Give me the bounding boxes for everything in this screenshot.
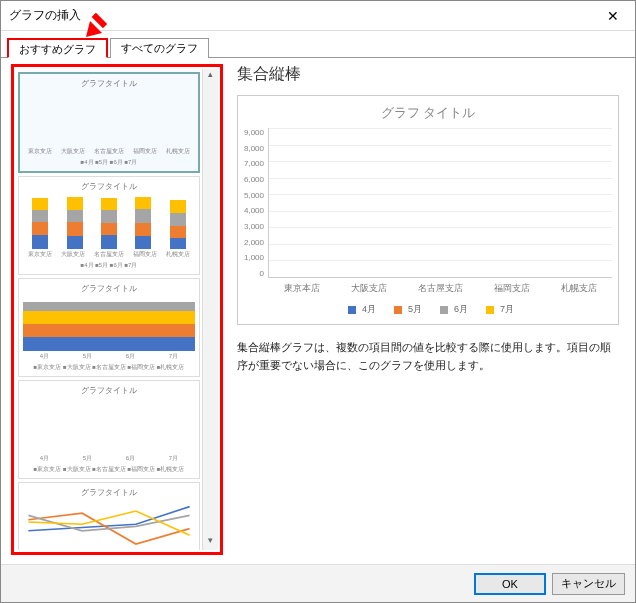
chart-preview-pane: 集合縦棒 グラフ タイトル 9,0008,0007,0006,0005,0004… [223,64,625,555]
scroll-up-icon[interactable]: ▴ [203,69,218,84]
thumb-title: グラフタイトル [23,487,195,498]
tab-recommended[interactable]: おすすめグラフ [7,38,108,58]
window-title: グラフの挿入 [9,7,81,24]
thumb-legend: ■4月 ■5月 ■6月 ■7月 [24,158,194,167]
thumb-title: グラフタイトル [24,78,194,89]
thumb-legend: ■東京支店 ■大阪支店 ■名古屋支店 ■福岡支店 ■札幌支店 [23,465,195,474]
titlebar: グラフの挿入 ✕ [1,1,635,31]
thumbnails-scrollbar[interactable]: ▴ ▾ [202,69,218,550]
chart-preview[interactable]: グラフ タイトル 9,0008,0007,0006,0005,0004,0003… [237,95,619,325]
dialog-footer: OK キャンセル [1,564,635,602]
chart-title: グラフ タイトル [244,104,612,122]
y-axis: 9,0008,0007,0006,0005,0004,0003,0002,000… [244,128,268,278]
chart-legend: 4月5月6月7月 [244,303,612,316]
thumb-clustered-column-2[interactable]: グラフタイトル 4月5月6月7月 ■東京支店 ■大阪支店 ■名古屋支店 ■福岡支… [18,380,200,479]
thumb-title: グラフタイトル [23,181,195,192]
thumb-legend: ■東京支店 ■大阪支店 ■名古屋支店 ■福岡支店 ■札幌支店 [23,363,195,372]
cancel-button[interactable]: キャンセル [552,573,625,595]
thumb-stacked-area[interactable]: グラフタイトル 4月5月6月7月 ■東京支店 ■大阪支店 ■名古屋支店 ■福岡支… [18,278,200,377]
tab-all[interactable]: すべてのグラフ [110,38,209,58]
chart-type-name: 集合縦棒 [237,64,619,85]
thumb-line[interactable]: グラフタイトル [18,482,200,550]
thumb-title: グラフタイトル [23,283,195,294]
chart-thumbnails: グラフタイトル 東京支店大阪支店名古屋支店福岡支店札幌支店 ■4月 ■5月 ■6… [16,69,202,550]
close-button[interactable]: ✕ [590,1,635,31]
chart-description: 集合縦棒グラフは、複数の項目間の値を比較する際に使用します。項目の順序が重要でな… [237,339,619,374]
scroll-down-icon[interactable]: ▾ [203,535,218,550]
insert-chart-dialog: グラフの挿入 ✕ おすすめグラフ すべてのグラフ グラフタイトル [0,0,636,603]
thumb-title: グラフタイトル [23,385,195,396]
thumb-stacked-column[interactable]: グラフタイトル 東京支店大阪支店名古屋支店福岡支店札幌支店 ■4月 ■5月 ■6… [18,176,200,275]
thumb-clustered-column[interactable]: グラフタイトル 東京支店大阪支店名古屋支店福岡支店札幌支店 ■4月 ■5月 ■6… [18,72,200,173]
ok-button[interactable]: OK [474,573,546,595]
tab-strip: おすすめグラフ すべてのグラフ [1,38,635,58]
recommended-charts-highlight: グラフタイトル 東京支店大阪支店名古屋支店福岡支店札幌支店 ■4月 ■5月 ■6… [11,64,223,555]
x-axis: 東京本店大阪支店名古屋支店福岡支店札幌支店 [268,282,612,295]
thumb-legend: ■4月 ■5月 ■6月 ■7月 [23,261,195,270]
chart-bars [268,128,612,278]
